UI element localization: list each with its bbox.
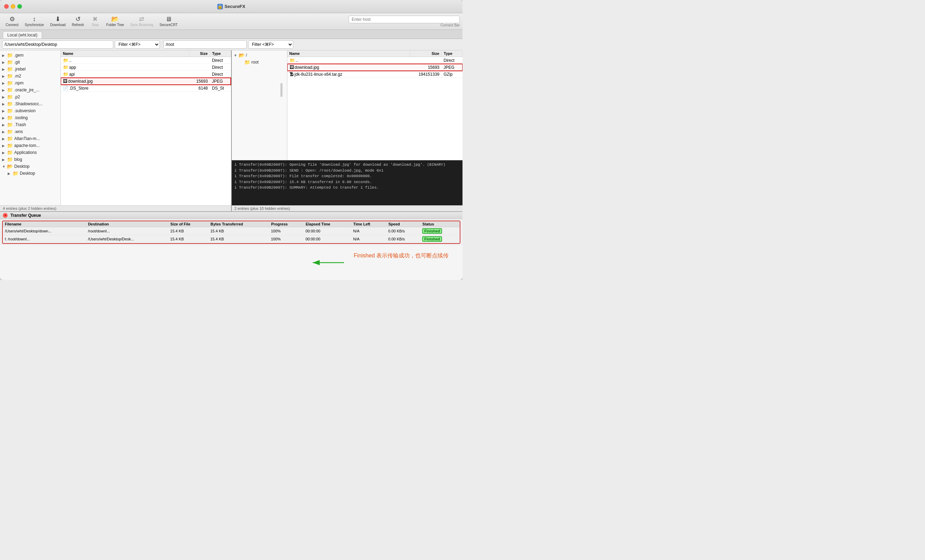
tree-item[interactable]: ▶ 📁 AllanTian-m... (0, 135, 60, 142)
col-size-header[interactable]: Size (410, 50, 441, 57)
stop-button[interactable]: ✖ Stop (87, 15, 103, 28)
right-file-list: Name Size Type 📁.. Direct (287, 50, 463, 160)
tq-cell-filename: /Users/wht/Desktop/down... (3, 227, 86, 235)
local-tab[interactable]: Local (wht.local) (3, 31, 42, 39)
folder-icon: 📁 (63, 72, 68, 77)
transfer-queue-table: Filename Destination Size of File Bytes … (3, 221, 460, 243)
download-jpg-row-right[interactable]: 🖼download.jpg 15693 JPEG (287, 64, 462, 71)
left-panel: ▶ 📁 .gem ▶ 📁 .git ▶ 📁 .jrebel (0, 50, 232, 211)
table-row[interactable]: 📁.. Direct (61, 57, 231, 64)
tree-item-root[interactable]: ▼ 📂 / (232, 52, 287, 59)
tq-row[interactable]: l: /root/downl... /Users/wht/Desktop/Des… (3, 235, 460, 243)
close-button[interactable] (4, 4, 9, 9)
download-label: Download (50, 23, 65, 27)
right-status-bar: 2 entries (plus 10 hidden entries) (232, 205, 463, 211)
tree-item[interactable]: ▶ 📁 .npm (0, 80, 60, 86)
tree-item[interactable]: ▶ 📁 .gem (0, 52, 60, 59)
col-type-header[interactable]: Type (441, 50, 462, 57)
table-row[interactable]: 📁api Direct (61, 71, 231, 78)
right-path-select[interactable]: /root (163, 40, 247, 49)
tree-item[interactable]: ▶ 📁 .p2 (0, 93, 60, 100)
folder-icon: 📂 (7, 164, 13, 169)
col-type-header[interactable]: Type (210, 50, 231, 57)
tree-arrow: ▶ (2, 54, 6, 57)
tree-item[interactable]: ▶ 📁 .tooling (0, 114, 60, 121)
transfer-queue-title: Transfer Queue (11, 213, 41, 218)
connect-label: Connect (6, 23, 18, 27)
tree-item[interactable]: ▶ 📁 .wns (0, 128, 60, 135)
file-icon: 📄 (63, 86, 68, 91)
left-filter-select[interactable]: Filter <⌘F> (114, 40, 160, 49)
col-size-header[interactable]: Size (189, 50, 210, 57)
download-button[interactable]: ⬇ Download (47, 15, 68, 28)
table-row[interactable]: 📁.. Direct (287, 57, 462, 64)
tree-item-trash[interactable]: ▶ 📁 .Trash (0, 121, 60, 128)
col-name-header[interactable]: Name (61, 50, 189, 57)
tree-item[interactable]: ▶ 📁 .oracle_jre_... (0, 86, 60, 93)
connect-bar-label: Connect Bar (440, 23, 460, 27)
tree-item[interactable]: ▶ 📁 .m2 (0, 72, 60, 80)
left-file-table: Name Size Type 📁.. Direct (61, 50, 231, 92)
left-path-select[interactable]: /Users/wht/Desktop/Desktop (2, 40, 113, 49)
tree-item-applications[interactable]: ▶ 📁 Applications (0, 149, 60, 156)
right-filter-select[interactable]: Filter <⌘F> (248, 40, 293, 49)
connect-bar-area: Connect Bar (348, 16, 460, 27)
securecrt-icon: 🖥 (166, 16, 172, 22)
tq-cell-status: Finished (420, 235, 459, 243)
log-line: i Transfer(0x09B20007): 15.4 KB transfer… (235, 179, 460, 185)
tq-row[interactable]: /Users/wht/Desktop/down... /root/downl..… (3, 227, 460, 235)
panels-row: ▶ 📁 .gem ▶ 📁 .git ▶ 📁 .jrebel (0, 50, 462, 211)
minimize-button[interactable] (11, 4, 15, 9)
securecrt-button[interactable]: 🖥 SecureCRT (157, 15, 180, 28)
col-name-header[interactable]: Name (287, 50, 410, 57)
folder-icon: 📁 (7, 66, 13, 72)
tree-arrow: ▶ (2, 137, 6, 141)
tree-item[interactable]: ▶ 📁 .git (0, 59, 60, 66)
synchronize-button[interactable]: ↕ Synchronize (22, 15, 47, 28)
tq-col-timeleft: Time Left (351, 221, 386, 227)
tq-col-filename: Filename (3, 221, 86, 227)
tq-cell-speed: 0.00 KB/s (386, 235, 420, 243)
transfer-queue-close-button[interactable]: ✕ (3, 213, 8, 218)
tree-item[interactable]: ▶ 📁 .Shadowsocc... (0, 100, 60, 107)
download-jpg-row-left[interactable]: 🖼download.jpg 15693 JPEG (61, 78, 231, 85)
right-panel-top: ▼ 📂 / 📁 root (232, 50, 463, 205)
log-line: i Transfer(0x09B20007): SUMMARY: Attempt… (235, 185, 460, 191)
tree-arrow: ▶ (2, 68, 6, 71)
tq-col-progress: Progress (269, 221, 303, 227)
sync-browsing-label: Sync Browsing (130, 23, 153, 27)
table-row[interactable]: 📁app Direct (61, 64, 231, 71)
securecrt-label: SecureCRT (160, 23, 178, 27)
maximize-button[interactable] (17, 4, 22, 9)
tree-item[interactable]: ▶ 📁 .jrebel (0, 66, 60, 72)
connect-icon: ⚙ (9, 16, 15, 22)
tree-item-desktop-child[interactable]: ▶ 📁 Desktop (0, 170, 60, 177)
folder-tree-icon: 📂 (111, 16, 119, 22)
tree-arrow: ▶ (2, 60, 6, 64)
tree-arrow: ▶ (2, 109, 6, 113)
connect-bar-input[interactable] (348, 16, 460, 23)
tree-arrow: ▶ (2, 123, 6, 127)
folder-icon: 📁 (7, 80, 13, 86)
refresh-button[interactable]: ↺ Refresh (69, 15, 87, 28)
tree-item-root-child[interactable]: 📁 root (232, 59, 287, 66)
status-finished-badge: Finished (422, 236, 442, 242)
tree-arrow: ▶ (2, 81, 6, 85)
transfer-queue-header: ✕ Transfer Queue (0, 212, 462, 219)
tab-bar: Local (wht.local) (0, 30, 462, 39)
tq-cell-destination: /Users/wht/Desktop/Desk... (86, 235, 168, 243)
log-panel: i Transfer(0x09B20007): Opening file 'do… (232, 160, 463, 205)
table-row[interactable]: 📄.DS_Store 6148 DS_St (61, 85, 231, 92)
tree-item[interactable]: ▶ 📁 .subversion (0, 107, 60, 114)
traffic-lights (4, 4, 22, 9)
window-title: 🔒 SecureFX (217, 4, 245, 9)
connect-button[interactable]: ⚙ Connect (3, 15, 21, 28)
tree-item[interactable]: ▶ 📁 apache-tom... (0, 142, 60, 149)
tree-item-desktop-parent[interactable]: ▼ 📂 Desktop (0, 163, 60, 170)
folder-tree-button[interactable]: 📂 Folder Tree (104, 15, 127, 28)
sync-browsing-button[interactable]: ⇄ Sync Browsing (128, 15, 156, 28)
tree-item[interactable]: ▶ 📁 blog (0, 156, 60, 163)
folder-icon: 📁 (63, 65, 68, 70)
tree-arrow: ▶ (2, 102, 6, 106)
table-row[interactable]: 🗜jdk-8u231-linux-x64.tar.gz 194151339 GZ… (287, 71, 462, 78)
